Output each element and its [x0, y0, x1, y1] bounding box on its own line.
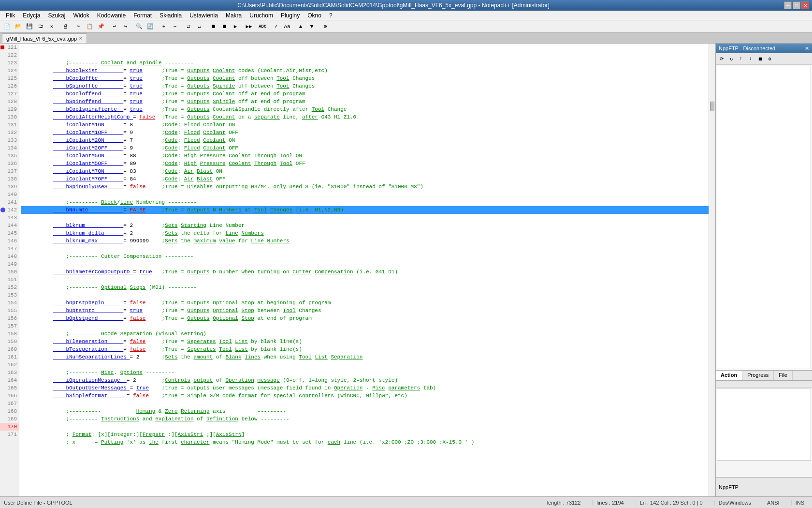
- wrap-button[interactable]: ↵: [194, 21, 205, 32]
- right-panel-title: NppFTP - Disconnected: [719, 45, 775, 51]
- replace-button[interactable]: 🔄: [145, 21, 156, 32]
- status-position: Ln : 142 Col : 29 Sel : 0 | 0: [636, 500, 707, 506]
- close-button-tb[interactable]: ✕: [46, 21, 57, 32]
- macro-rec-button[interactable]: ⏺: [208, 21, 218, 32]
- find-button[interactable]: 🔍: [134, 21, 145, 32]
- ln-129: 129: [0, 105, 19, 113]
- ln-165: 165: [0, 384, 19, 392]
- paste-button[interactable]: 📌: [96, 21, 106, 32]
- ln-147: 147: [0, 245, 19, 253]
- settings-button[interactable]: ⚙: [320, 21, 331, 32]
- ln-126: 126: [0, 82, 19, 90]
- menu-ustawienia[interactable]: Ustawienia: [186, 11, 222, 20]
- right-panel-toolbar: ⟳ ↻ ↑ ↓ ⏹ ⚙: [716, 53, 812, 65]
- ln-141: 141: [0, 198, 19, 206]
- tab-close-icon[interactable]: ✕: [79, 36, 83, 41]
- right-panel-close-icon[interactable]: ✕: [805, 45, 809, 52]
- ln-166: 166: [0, 392, 19, 400]
- copy-button[interactable]: 📋: [85, 21, 95, 32]
- menu-plik[interactable]: Plik: [2, 11, 19, 20]
- cut-button[interactable]: ✂: [73, 21, 84, 32]
- close-button[interactable]: ✕: [801, 1, 809, 9]
- print-button[interactable]: 🖨: [60, 21, 71, 32]
- menu-skladnia[interactable]: Składnia: [156, 11, 186, 20]
- menu-pluginy[interactable]: Pluginy: [277, 11, 304, 20]
- ln-128: 128: [0, 98, 19, 105]
- macro-play-button[interactable]: ▶: [230, 21, 241, 32]
- menu-okno[interactable]: Okno: [304, 11, 325, 20]
- run-button[interactable]: ▶▶: [244, 21, 254, 32]
- ln-125: 125: [0, 75, 19, 82]
- ln-142: 142: [0, 206, 19, 214]
- menu-widok[interactable]: Widok: [69, 11, 93, 20]
- down-arrow-button[interactable]: ▼: [306, 21, 317, 32]
- rp-upload-button[interactable]: ↑: [737, 55, 745, 63]
- code-area[interactable]: ;--------- Coolant and Spindle ---------…: [19, 44, 715, 496]
- minimize-button[interactable]: ─: [784, 1, 792, 9]
- sync-button[interactable]: ⇄: [183, 21, 194, 32]
- vertical-scrollbar[interactable]: [709, 44, 715, 496]
- undo-button[interactable]: ↩: [109, 21, 120, 32]
- rp-connect-button[interactable]: ⟳: [717, 55, 726, 63]
- ln-171: 171: [0, 431, 19, 438]
- ln-154: 154: [0, 299, 19, 307]
- menu-kodowanie[interactable]: Kodowanie: [93, 11, 130, 20]
- ln-143: 143: [0, 214, 19, 222]
- menu-szukaj[interactable]: Szukaj: [44, 11, 69, 20]
- rp-tab-progress[interactable]: Progress: [742, 371, 774, 380]
- status-right: length : 73122 lines : 2194 Ln : 142 Col…: [543, 500, 808, 506]
- window-controls: ─ □ ✕: [784, 1, 809, 9]
- status-mode: INS: [791, 500, 808, 506]
- ln-139: 139: [0, 183, 19, 191]
- rp-tab-action[interactable]: Action: [716, 371, 742, 380]
- menu-bar: Plik Edycja Szukaj Widok Kodowanie Forma…: [0, 11, 812, 20]
- code-line-151: ;--------- Optional Stops (M01) --------…: [21, 276, 713, 284]
- status-length: length : 73122: [543, 500, 585, 506]
- ln-160: 160: [0, 345, 19, 353]
- rp-tab-file[interactable]: File: [774, 371, 793, 380]
- ln-140: 140: [0, 191, 19, 198]
- save-button[interactable]: 💾: [24, 21, 35, 32]
- zoom-in-button[interactable]: +: [159, 21, 169, 32]
- file-tab[interactable]: gMill_Haas_VF6_5x_eval.gpp ✕: [2, 33, 87, 43]
- ln-161: 161: [0, 353, 19, 361]
- new-button[interactable]: 📄: [2, 21, 13, 32]
- rp-bottom-scrollbar[interactable]: [716, 381, 812, 388]
- ln-122: 122: [0, 51, 19, 59]
- abc-button[interactable]: ABC: [257, 21, 268, 32]
- rp-download-button[interactable]: ↓: [746, 55, 755, 63]
- menu-uruchom[interactable]: Uruchom: [246, 11, 277, 20]
- macro-stop-button[interactable]: ⏹: [219, 21, 230, 32]
- menu-edycja[interactable]: Edycja: [19, 11, 44, 20]
- redo-button[interactable]: ↪: [120, 21, 131, 32]
- editor-content[interactable]: 121 122 123 124 125 126 127 128 129 130 …: [0, 44, 715, 496]
- save-all-button[interactable]: 🗂: [35, 21, 46, 32]
- right-panel: NppFTP - Disconnected ✕ ⟳ ↻ ↑ ↓ ⏹ ⚙ Acti…: [715, 44, 812, 496]
- status-bar: User Define File - GPPTOOL length : 7312…: [0, 496, 812, 508]
- open-button[interactable]: 📂: [13, 21, 24, 32]
- ln-130: 130: [0, 113, 19, 121]
- ln-138: 138: [0, 175, 19, 183]
- ln-137: 137: [0, 167, 19, 175]
- right-panel-bottom-area: [716, 380, 812, 477]
- menu-format[interactable]: Format: [130, 11, 156, 20]
- rp-refresh-button[interactable]: ↻: [727, 55, 736, 63]
- up-arrow-button[interactable]: ▲: [295, 21, 306, 32]
- spell-button[interactable]: ✓: [271, 21, 281, 32]
- right-panel-header: NppFTP - Disconnected ✕: [716, 44, 812, 53]
- rp-bottom-content: [717, 388, 811, 461]
- rp-settings-button[interactable]: ⚙: [766, 55, 774, 63]
- rp-stop-button[interactable]: ⏹: [756, 55, 765, 63]
- editor-area: 121 122 123 124 125 126 127 128 129 130 …: [0, 44, 715, 496]
- menu-help[interactable]: ?: [325, 11, 336, 20]
- lang-button[interactable]: Aa: [282, 21, 292, 32]
- status-lines: lines : 2194: [592, 500, 627, 506]
- ln-167: 167: [0, 400, 19, 407]
- status-file-type: User Define File - GPPTOOL: [4, 500, 72, 506]
- scrollbar-thumb[interactable]: [710, 102, 714, 111]
- menu-makra[interactable]: Makra: [222, 11, 246, 20]
- nppftp-bottom: NppFTP: [716, 477, 812, 496]
- maximize-button[interactable]: □: [793, 1, 800, 9]
- zoom-out-button[interactable]: −: [170, 21, 180, 32]
- ln-135: 135: [0, 152, 19, 160]
